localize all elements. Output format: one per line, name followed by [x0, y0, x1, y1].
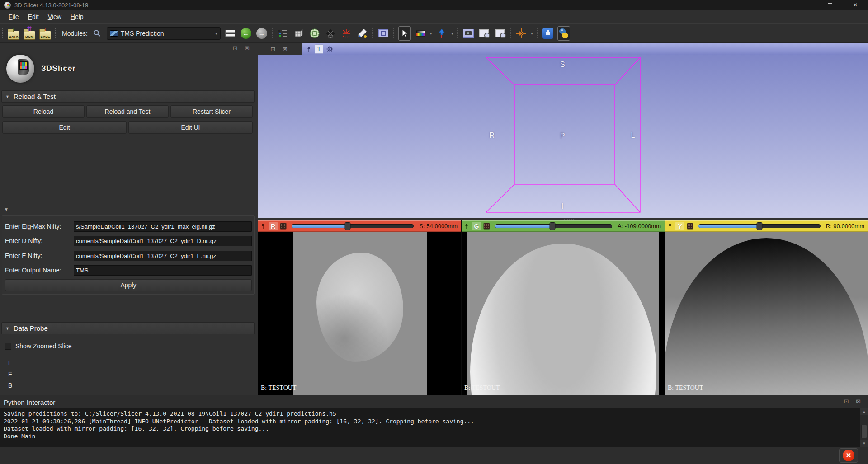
module-header: 3DSlicer — [6, 55, 76, 83]
color-gradient-icon — [416, 30, 425, 37]
reload-test-section-header[interactable]: ▼ Reload & Test — [1, 90, 255, 103]
scene-view-restore-button[interactable] — [494, 26, 506, 41]
anatomy-blob — [316, 253, 403, 362]
volume-rendering-button[interactable] — [308, 26, 321, 41]
title-bar: 3D Slicer 4.13.0-2021-08-19 ✕ — [0, 0, 868, 10]
load-data-button[interactable]: ↑ DATA — [7, 26, 20, 41]
editor-pencil-button[interactable] — [356, 26, 368, 41]
slider-handle[interactable] — [345, 222, 351, 230]
python-logo-icon — [558, 28, 569, 39]
minimize-icon — [802, 5, 807, 5]
console-popup-close-icons[interactable]: ⊡ ⊠ — [844, 398, 863, 405]
eig-max-nifty-input[interactable] — [74, 221, 252, 232]
minimize-button[interactable] — [792, 0, 817, 10]
extensions-manager-button[interactable] — [542, 26, 554, 41]
console-splitter-handle[interactable] — [434, 396, 446, 398]
section-title: Reload & Test — [14, 93, 56, 100]
toolbar-separator — [536, 28, 538, 39]
gear-icon[interactable] — [326, 46, 333, 52]
restart-slicer-button[interactable]: Restart Slicer — [170, 105, 253, 118]
crosshair-dropdown-arrow[interactable]: ▾ — [531, 31, 533, 36]
puzzle-icon — [542, 28, 553, 39]
module-panel-button[interactable] — [224, 26, 236, 41]
module-form: Enter Eig-Max Nifty: Enter D Nifty: Ente… — [2, 215, 255, 295]
module-history-back-button[interactable]: ← — [240, 26, 252, 41]
pushpin-icon[interactable] — [260, 223, 266, 229]
crosshair-button[interactable] — [515, 26, 528, 41]
slice-composite-icon[interactable] — [280, 223, 286, 229]
slice-background-label: B: TESTOUT — [464, 384, 500, 392]
layout-selector-button[interactable] — [377, 26, 390, 41]
data-probe-section-header[interactable]: ▼ Data Probe — [1, 322, 255, 334]
segmentation-button[interactable] — [324, 26, 337, 41]
e-nifty-input[interactable] — [74, 251, 252, 261]
save-button[interactable]: ↓ SAVE — [39, 26, 52, 41]
stop-interaction-button[interactable]: ✕ — [839, 448, 858, 463]
place-markup-dropdown-arrow[interactable]: ▾ — [451, 31, 453, 36]
toolbar-drag-handle[interactable] — [55, 28, 57, 39]
module-history-forward-button[interactable]: → — [255, 26, 268, 41]
module-selector-dropdown[interactable]: TMS Prediction ▾ — [107, 27, 221, 40]
maximize-button[interactable] — [817, 0, 843, 10]
green-slice-offset-slider[interactable] — [495, 224, 612, 228]
red-slice-image[interactable]: B: TESTOUT — [258, 232, 461, 395]
reload-button[interactable]: Reload — [2, 105, 85, 118]
place-markup-button[interactable] — [435, 26, 448, 41]
pushpin-icon[interactable] — [306, 46, 311, 52]
load-data-label: DATA — [8, 35, 19, 39]
field-label: Enter Output Name: — [5, 267, 74, 274]
scene-view-capture-button[interactable] — [478, 26, 491, 41]
console-scrollbar[interactable]: ▲ ▼ — [860, 408, 868, 447]
console-log-line: Saving predictions to: C:/Slicer/Slicer … — [4, 410, 868, 418]
menu-file[interactable]: File — [5, 11, 23, 22]
reload-and-test-button[interactable]: Reload and Test — [86, 105, 169, 118]
slice-composite-icon[interactable] — [687, 223, 693, 229]
apply-button[interactable]: Apply — [5, 279, 252, 291]
maximize-icon — [828, 3, 832, 7]
output-name-input[interactable] — [74, 265, 252, 276]
slider-handle[interactable] — [549, 222, 555, 230]
python-console-button[interactable] — [557, 26, 570, 41]
colors-dropdown-arrow[interactable]: ▾ — [430, 31, 432, 36]
scrollbar-thumb[interactable] — [861, 425, 867, 438]
pushpin-icon[interactable] — [464, 223, 469, 229]
threed-view-corner-icons[interactable]: ⊡ ⊠ — [258, 43, 302, 55]
green-slice-image[interactable]: B: TESTOUT — [462, 232, 665, 395]
yellow-slice-image[interactable]: B: TESTOUT — [665, 232, 868, 395]
scroll-down-icon[interactable]: ▼ — [860, 440, 868, 447]
yellow-slice-offset-slider[interactable] — [698, 224, 821, 228]
pushpin-icon[interactable] — [667, 223, 673, 229]
scroll-up-icon[interactable]: ▲ — [860, 408, 868, 415]
edit-ui-button[interactable]: Edit UI — [128, 121, 253, 134]
markups-burst-button[interactable] — [340, 26, 353, 41]
collapse-arrow-icon: ▼ — [5, 94, 9, 99]
slice-offset-value: A: -109.0000mm — [618, 223, 661, 230]
close-button[interactable]: ✕ — [843, 0, 868, 10]
menu-help[interactable]: Help — [66, 11, 88, 22]
threed-view[interactable]: S R P L I ⊡ ⊠ 1 — [258, 43, 868, 218]
dicom-button[interactable]: ⇈ DCM — [23, 26, 36, 41]
show-zoomed-slice-checkbox[interactable] — [5, 343, 11, 350]
collapse-arrow-icon[interactable]: ▼ — [4, 207, 9, 212]
data-cube-button[interactable] — [292, 26, 305, 41]
console-output[interactable]: Saving predictions to: C:/Slicer/Slicer … — [0, 408, 868, 447]
pencil-icon — [357, 28, 368, 39]
d-nifty-input[interactable] — [74, 236, 252, 246]
red-slice-offset-slider[interactable] — [292, 224, 414, 228]
edit-button[interactable]: Edit — [2, 121, 127, 134]
panel-popup-close-icons[interactable]: ⊡ ⊠ — [233, 45, 252, 52]
screenshot-button[interactable] — [462, 26, 475, 41]
menu-view[interactable]: View — [44, 11, 66, 22]
colors-button[interactable] — [414, 26, 427, 41]
slicer-app-icon — [4, 2, 11, 9]
toolbar-drag-handle[interactable] — [2, 28, 4, 39]
menu-edit[interactable]: Edit — [24, 11, 43, 22]
mouse-interaction-button[interactable] — [398, 26, 411, 41]
yellow-slice-controller-bar: Y R: 90.0000mm — [665, 220, 868, 232]
subject-hierarchy-button[interactable] — [277, 26, 289, 41]
slice-composite-icon[interactable] — [484, 223, 490, 229]
module-search-button[interactable] — [91, 26, 104, 41]
module-panel: ⊡ ⊠ 3DSlicer ▼ Reload & Test Reload Relo… — [0, 43, 258, 395]
screen-capture-icon — [479, 29, 489, 37]
slider-handle[interactable] — [756, 222, 762, 230]
